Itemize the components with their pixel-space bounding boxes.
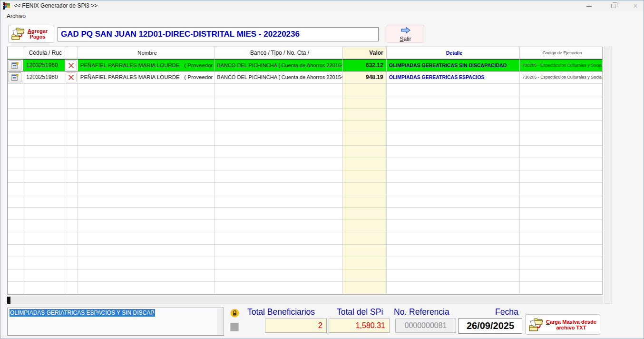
row-delete-button[interactable] bbox=[66, 72, 77, 82]
row-edit-button[interactable] bbox=[9, 60, 21, 70]
empty-cell bbox=[387, 208, 520, 220]
empty-cell bbox=[78, 245, 215, 257]
detalle-cell[interactable]: OLIMPIADAS GEREATRICAS ESPACIOS bbox=[387, 71, 520, 84]
salir-label: Salir bbox=[387, 36, 424, 42]
table-row[interactable]: 1203251960PEÑAFIEL PARRALES MARIA LOURDE… bbox=[8, 71, 603, 84]
empty-cell bbox=[23, 183, 65, 195]
close-button[interactable]: × bbox=[627, 0, 644, 11]
scrollbar-thumb[interactable] bbox=[7, 297, 10, 304]
table-row[interactable]: 1203251960PEÑAFIEL PARRALES MARIA LOURDE… bbox=[8, 59, 603, 71]
empty-cell bbox=[520, 96, 603, 109]
empty-cell bbox=[8, 170, 23, 183]
column-header-3[interactable]: Nombre bbox=[78, 47, 215, 59]
column-header-5[interactable]: Valor bbox=[343, 47, 387, 59]
empty-table-row bbox=[8, 245, 603, 257]
empty-cell bbox=[520, 109, 603, 121]
empty-cell bbox=[343, 170, 387, 183]
minimize-button[interactable] bbox=[581, 0, 597, 11]
column-header-0[interactable] bbox=[8, 47, 23, 59]
grid-horizontal-scrollbar[interactable] bbox=[7, 296, 603, 304]
descripcion-textarea[interactable]: OLIMPIADAS GERIATRICAS ESPACIOS Y SIN DI… bbox=[7, 308, 224, 336]
carga-masiva-button[interactable]: Carga Masiva desde archivo TXT bbox=[525, 314, 600, 335]
descripcion-selected-text: OLIMPIADAS GERIATRICAS ESPACIOS Y SIN DI… bbox=[10, 309, 155, 317]
empty-cell bbox=[387, 257, 520, 269]
restore-button[interactable] bbox=[605, 0, 621, 11]
empty-cell bbox=[23, 170, 65, 183]
nombre-cell[interactable]: PEÑAFIEL PARRALES MARIA LOURDE ( Proveed… bbox=[78, 71, 215, 84]
app-windows-logo-icon bbox=[3, 2, 11, 10]
empty-cell bbox=[343, 183, 387, 195]
column-header-4[interactable]: Banco / Tipo / No. Cta / bbox=[215, 47, 343, 59]
empty-cell bbox=[78, 282, 215, 294]
form-properties-icon bbox=[11, 62, 19, 69]
empty-cell bbox=[23, 257, 65, 269]
codigo-cell[interactable]: 730205 - Espectáculos Culturales y Socia… bbox=[520, 59, 603, 71]
empty-cell bbox=[387, 133, 520, 146]
no-referencia-field: 0000000081 bbox=[395, 319, 456, 333]
empty-cell bbox=[23, 195, 65, 208]
cedula-cell[interactable]: 1203251960 bbox=[23, 59, 65, 71]
empty-table-row bbox=[8, 257, 603, 269]
lock-icon bbox=[230, 309, 239, 318]
restore-icon bbox=[611, 4, 615, 8]
fecha-field[interactable]: 26/09/2025 bbox=[459, 318, 522, 334]
form-properties-icon bbox=[11, 74, 19, 81]
empty-cell bbox=[343, 220, 387, 232]
row-delete-button[interactable] bbox=[66, 60, 77, 70]
empty-cell bbox=[343, 282, 387, 294]
empty-cell bbox=[78, 220, 215, 232]
cedula-cell[interactable]: 1203251960 bbox=[23, 71, 65, 84]
empty-table-row bbox=[8, 195, 603, 208]
no-referencia-label: No. Referencia bbox=[394, 307, 449, 317]
empty-cell bbox=[520, 146, 603, 158]
empty-cell bbox=[387, 269, 520, 282]
empty-cell bbox=[78, 146, 215, 158]
menu-bar: Archivo bbox=[0, 11, 644, 20]
row-edit-cell bbox=[8, 71, 23, 84]
empty-cell bbox=[343, 232, 387, 245]
empty-cell bbox=[78, 84, 215, 96]
grid-vertical-scrollbar[interactable] bbox=[605, 47, 612, 304]
valor-cell[interactable]: 632.12 bbox=[343, 59, 387, 71]
empty-cell bbox=[8, 269, 23, 282]
empty-table-row bbox=[8, 84, 603, 96]
empty-cell bbox=[520, 133, 603, 146]
arrow-right-icon bbox=[400, 27, 411, 34]
column-header-6[interactable]: Detalle bbox=[387, 47, 520, 59]
empty-table-row bbox=[8, 232, 603, 245]
empty-cell bbox=[78, 257, 215, 269]
empty-cell bbox=[387, 232, 520, 245]
empty-cell bbox=[8, 282, 23, 294]
empty-cell bbox=[343, 158, 387, 170]
column-header-7[interactable]: Codigo de Ejecucion bbox=[520, 47, 603, 59]
empty-cell bbox=[23, 109, 65, 121]
empty-cell bbox=[215, 282, 343, 294]
entity-name-field[interactable]: GAD PQ SAN JUAN 12D01-DIREC-DISTRITAL MI… bbox=[58, 27, 379, 41]
empty-cell bbox=[215, 170, 343, 183]
empty-cell bbox=[8, 257, 23, 269]
banco-cell[interactable]: BANCO DEL PICHINCHA [ Cuenta de Ahorros … bbox=[215, 59, 343, 71]
nombre-cell[interactable]: PEÑAFIEL PARRALES MARIA LOURDE ( Proveed… bbox=[78, 59, 215, 71]
grid-body: 1203251960PEÑAFIEL PARRALES MARIA LOURDE… bbox=[8, 59, 603, 294]
menu-item-archivo[interactable]: Archivo bbox=[5, 12, 28, 20]
textarea-scrollbar[interactable] bbox=[217, 309, 223, 335]
empty-cell bbox=[65, 121, 78, 133]
valor-cell[interactable]: 948.19 bbox=[343, 71, 387, 84]
empty-cell bbox=[215, 269, 343, 282]
row-edit-button[interactable] bbox=[9, 72, 21, 82]
empty-cell bbox=[8, 109, 23, 121]
empty-cell bbox=[520, 245, 603, 257]
column-header-1[interactable]: Cédula / Ruc bbox=[23, 47, 65, 59]
payments-grid[interactable]: Cédula / RucNombreBanco / Tipo / No. Cta… bbox=[7, 47, 603, 295]
banco-cell[interactable]: BANCO DEL PICHINCHA [ Cuenta de Ahorros … bbox=[215, 71, 343, 84]
codigo-cell[interactable]: 730205 - Espectáculos Culturales y Socia… bbox=[520, 71, 603, 84]
column-header-2[interactable] bbox=[65, 47, 78, 59]
empty-cell bbox=[23, 158, 65, 170]
title-bar[interactable]: << FENIX Generador de SPi3 >> × bbox=[0, 0, 644, 11]
empty-cell bbox=[520, 282, 603, 294]
detalle-cell[interactable]: OLIMPIADAS GEREATRICAS SIN DISCAPACIDAD bbox=[387, 59, 520, 71]
agregar-pagos-button[interactable]: Agregar Pagos bbox=[8, 25, 54, 43]
empty-cell bbox=[23, 133, 65, 146]
empty-cell bbox=[8, 96, 23, 109]
salir-button[interactable]: Salir bbox=[387, 25, 424, 43]
